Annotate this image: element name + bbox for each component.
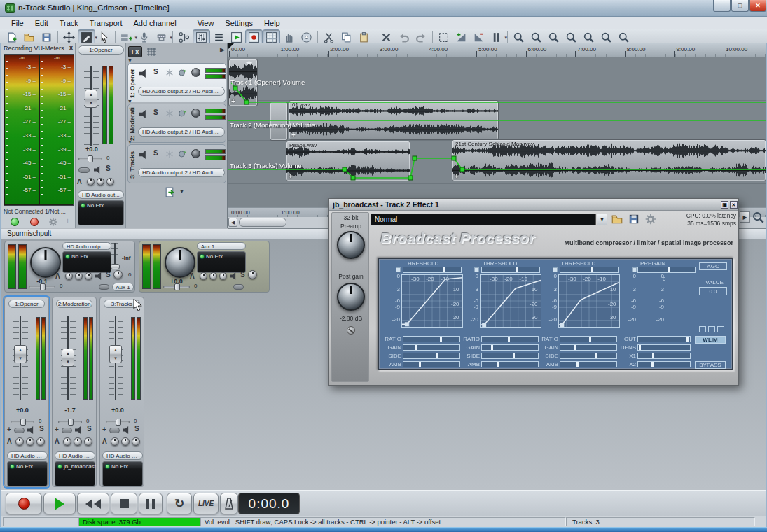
preset-save-icon[interactable] <box>627 213 641 225</box>
channel-output-combo[interactable]: HD Audio out... <box>7 451 48 460</box>
menu-settings[interactable]: Settings <box>219 18 258 28</box>
channel-solo-button[interactable]: S <box>87 425 92 433</box>
track-effects-send-icon[interactable] <box>177 67 188 78</box>
channel-solo-button[interactable]: S <box>39 425 44 433</box>
channel-pan-thumb[interactable] <box>116 419 121 426</box>
band3-enable-checkbox[interactable] <box>553 267 558 272</box>
audio-clip-peace-wav[interactable]: +Peace.wav <box>286 141 410 181</box>
pregain-enable-checkbox[interactable] <box>632 267 637 272</box>
band1-amb-slider[interactable] <box>403 361 460 368</box>
record-enable-red-button[interactable] <box>30 218 39 226</box>
track-freeze-icon[interactable] <box>165 149 174 159</box>
track-output-combo[interactable]: HD Audio output 2 / HD Audio ou... <box>138 127 225 136</box>
master-x2-slider-thumb[interactable] <box>651 362 654 367</box>
channel-mute-toggle[interactable] <box>109 428 120 433</box>
master-output-combo[interactable]: HD Audio outpu... <box>62 242 111 250</box>
title-bar[interactable]: n-Track Studio | King_Crimson - [Timelin… <box>0 0 767 17</box>
track-solo-button[interactable]: S <box>153 149 158 157</box>
band1-threshold-slider[interactable] <box>403 267 462 273</box>
pregain-slider-thumb[interactable] <box>668 267 670 272</box>
master-dens-slider[interactable] <box>637 344 691 351</box>
channel-add-icon[interactable]: + <box>102 426 106 433</box>
master-x1-slider[interactable] <box>637 353 691 359</box>
band1-side-slider-thumb[interactable] <box>436 354 438 358</box>
master-solo-button[interactable]: S <box>106 271 111 279</box>
channel-add-icon[interactable]: + <box>55 426 59 433</box>
band3-amb-slider[interactable] <box>560 361 617 368</box>
channel-knob-3[interactable] <box>84 438 92 446</box>
track-speaker-icon[interactable] <box>139 69 148 78</box>
pan-thumb[interactable] <box>88 155 93 162</box>
band1-amb-slider-thumb[interactable] <box>419 362 421 367</box>
plugin-settings-gear-icon[interactable] <box>644 213 658 225</box>
live-button[interactable]: LIVE <box>193 493 219 514</box>
track-speaker-icon[interactable] <box>139 110 148 118</box>
band3-side-slider-thumb[interactable] <box>595 354 597 358</box>
band2-amb-slider[interactable] <box>481 361 539 368</box>
track-output-combo[interactable]: HD Audio output 2 / HD Audio ou... <box>138 168 225 177</box>
band2-gain-slider-thumb[interactable] <box>491 345 493 350</box>
bypass-button[interactable]: BYPASS <box>695 361 726 369</box>
volume-envelope-line[interactable] <box>231 83 766 102</box>
band2-enable-checkbox[interactable] <box>474 267 479 272</box>
preset-load-icon[interactable] <box>610 213 624 225</box>
record-button[interactable] <box>6 493 42 514</box>
clip-move-handle[interactable]: + <box>455 173 459 180</box>
band3-ratio-slider[interactable] <box>560 336 617 342</box>
master-out-slider[interactable] <box>637 336 691 342</box>
band2-ratio-slider-thumb[interactable] <box>508 337 510 342</box>
master-efx-box[interactable]: No Efx <box>197 251 246 273</box>
master-pan-thumb[interactable] <box>174 284 180 290</box>
master-output-combo[interactable]: Aux 1 <box>197 242 246 250</box>
channel-pan-thumb[interactable] <box>20 419 26 426</box>
channel-knob-1[interactable] <box>15 438 24 446</box>
band2-side-slider-thumb[interactable] <box>513 354 515 358</box>
channel-add-icon[interactable]: + <box>7 426 11 433</box>
volume-fader-thumb[interactable]: ▲▼ <box>14 345 27 363</box>
clip-move-handle[interactable]: + <box>231 98 235 105</box>
import-track-dropdown-icon[interactable]: ▼ <box>179 189 184 194</box>
band1-ratio-slider-thumb[interactable] <box>440 337 442 342</box>
track-freeze-icon[interactable] <box>165 68 174 78</box>
master-strip-2[interactable]: Aux 1No EfxΛS+0.00 <box>139 241 270 293</box>
band2-ratio-slider[interactable] <box>481 336 539 342</box>
scroll-right-icon[interactable]: ▶ <box>740 211 750 223</box>
band3-amb-slider-thumb[interactable] <box>576 362 579 367</box>
master-knob-3[interactable] <box>85 272 92 280</box>
track-collapse-icon[interactable]: ▼ <box>127 58 132 63</box>
channel-knob-1[interactable] <box>111 438 119 446</box>
channel-knob-1[interactable] <box>63 438 71 446</box>
band3-gain-slider[interactable] <box>560 344 617 351</box>
band2-threshold-slider[interactable] <box>481 267 540 273</box>
menu-add-channel[interactable]: Add channel <box>127 18 181 28</box>
master-speaker-icon[interactable] <box>95 272 104 280</box>
channel-speaker-icon[interactable] <box>75 426 83 434</box>
master-strip-1[interactable]: HD Audio outpu...No EfxΛS0-InfAux 1-0.10 <box>4 241 135 293</box>
close-button[interactable]: ✕ <box>749 0 766 12</box>
mixer-channel-1[interactable]: 1:Opener▲▼+0.00+SΛHD Audio out...No Efx <box>4 297 49 487</box>
timeline-zoom-icon[interactable] <box>752 211 765 224</box>
master-pan-thumb[interactable] <box>40 284 46 290</box>
pause-button[interactable] <box>139 493 163 514</box>
minimize-button[interactable]: — <box>713 0 731 12</box>
track-effects-send-icon[interactable] <box>177 108 188 118</box>
wlim-button[interactable]: WLIM <box>695 336 726 344</box>
channel-pan-thumb[interactable] <box>68 419 74 426</box>
audio-clip-21st-century-schizoid-man-wav[interactable]: +21st Century Schizoid Man.wav <box>452 139 766 181</box>
menu-transport[interactable]: Transport <box>84 18 128 28</box>
band1-gain-slider-thumb[interactable] <box>415 345 417 350</box>
channel-mute-toggle[interactable] <box>62 428 72 433</box>
track-header-3[interactable]: ▼3: TracksSHD Audio output 2 / HD Audio … <box>127 144 226 183</box>
scroll-left-icon[interactable]: ◀ <box>228 218 237 227</box>
master-dens-slider-thumb[interactable] <box>639 345 641 350</box>
track-header-1[interactable]: ▼1: OpenerSHD Audio output 2 / HD Audio … <box>127 63 226 102</box>
band1-threshold-slider-thumb[interactable] <box>443 267 445 272</box>
menu-edit[interactable]: Edit <box>29 18 54 28</box>
band2-side-slider[interactable] <box>481 353 539 359</box>
menu-file[interactable]: File <box>6 18 29 28</box>
panel-expand-icon[interactable]: ▶ <box>220 46 225 53</box>
channel-efx-box[interactable]: No Efx <box>102 461 143 486</box>
track-record-arm-knob[interactable] <box>191 149 200 158</box>
time-ruler[interactable]: 00.001:00.002:00.003:00.004:00.005:00.00… <box>228 43 767 57</box>
mute-toggle[interactable] <box>78 167 90 173</box>
